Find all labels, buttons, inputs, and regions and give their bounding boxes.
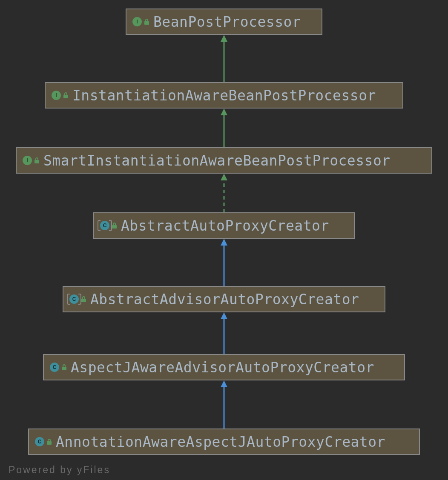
footer-credit: Powered by yFiles [9,464,110,476]
diagram-node-n3[interactable]: CAbstractAutoProxyCreator [93,212,355,239]
interface-icon: I [23,156,32,165]
class-icon: C [35,437,44,446]
lock-icon [112,223,117,229]
lock-icon [47,439,52,445]
abstract-class-icon: C [69,294,79,304]
class-icon: C [50,363,59,372]
diagram-node-n2[interactable]: ISmartInstantiationAwareBeanPostProcesso… [16,147,432,174]
lock-icon [144,19,149,25]
interface-icon: I [52,91,61,100]
node-label: AspectJAwareAdvisorAutoProxyCreator [71,359,374,376]
edge-n2-n1 [220,109,228,147]
diagram-node-n1[interactable]: IInstantiationAwareBeanPostProcessor [45,82,403,109]
svg-marker-9 [221,312,227,319]
node-label: AnnotationAwareAspectJAutoProxyCreator [56,434,385,450]
abstract-class-icon: C [100,221,109,230]
diagram-node-n5[interactable]: CAspectJAwareAdvisorAutoProxyCreator [43,354,405,380]
diagram-node-n0[interactable]: IBeanPostProcessor [126,9,322,35]
edge-n6-n5 [220,380,228,429]
lock-icon [63,92,68,98]
lock-icon [34,157,39,163]
node-label: AbstractAdvisorAutoProxyCreator [90,291,359,308]
svg-marker-11 [221,380,227,387]
edge-n4-n3 [220,239,228,286]
diagram-node-n6[interactable]: CAnnotationAwareAspectJAutoProxyCreator [28,429,420,455]
lock-icon [62,364,66,370]
svg-marker-7 [221,239,227,246]
node-label: AbstractAutoProxyCreator [121,217,329,234]
svg-marker-5 [221,174,227,180]
interface-icon: I [132,17,142,26]
diagram-node-n4[interactable]: CAbstractAdvisorAutoProxyCreator [63,286,385,312]
edge-n1-n0 [220,35,228,82]
svg-marker-1 [221,35,227,42]
class-hierarchy-diagram: IBeanPostProcessorIInstantiationAwareBea… [0,0,448,480]
edge-n5-n4 [220,312,228,354]
lock-icon [81,296,86,302]
svg-marker-3 [221,109,227,115]
node-label: BeanPostProcessor [153,14,301,30]
node-label: InstantiationAwareBeanPostProcessor [72,87,376,104]
node-label: SmartInstantiationAwareBeanPostProcessor [43,152,391,169]
edge-n3-n2 [220,174,228,212]
